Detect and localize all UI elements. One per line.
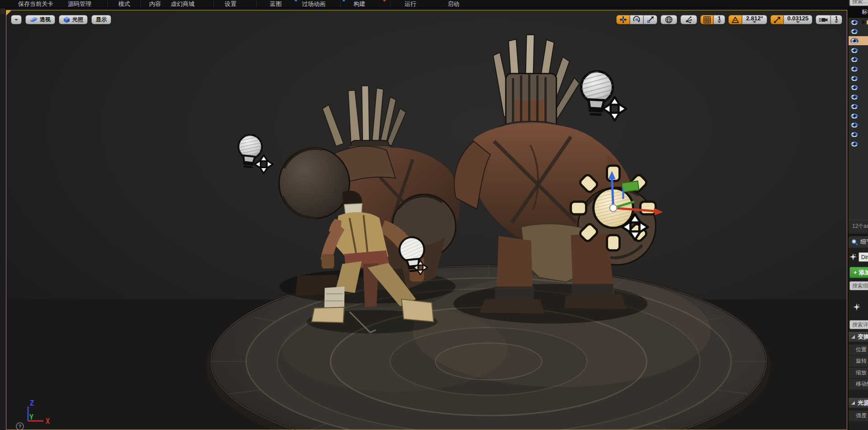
visibility-eye-icon[interactable] <box>850 94 859 100</box>
menu-item-1[interactable]: 源码管理 <box>68 0 91 8</box>
outliner-search[interactable] <box>849 0 868 6</box>
property-row-变换-3[interactable]: 移动性 <box>849 379 868 390</box>
outliner-column-header[interactable]: 标签 <box>849 6 868 18</box>
outliner-row-9[interactable] <box>849 102 868 111</box>
outliner-row-12[interactable] <box>849 130 868 139</box>
scale-snap-toggle-button[interactable] <box>770 15 783 24</box>
outliner-row-5[interactable] <box>849 65 868 74</box>
surface-snap-icon <box>685 16 693 24</box>
visibility-eye-icon[interactable] <box>850 85 859 90</box>
plus-icon: + <box>854 269 857 276</box>
perspective-label: 透视 <box>40 16 51 24</box>
directional-light-icon <box>849 253 857 260</box>
menu-item-3[interactable]: 内容 <box>149 0 161 8</box>
visibility-eye-icon[interactable] <box>850 66 859 72</box>
world-local-toggle-button[interactable] <box>660 15 677 24</box>
camera-speed-value-dropdown[interactable]: 1 <box>830 15 842 24</box>
outliner-row-2[interactable] <box>849 36 868 45</box>
scale-snap-value-dropdown[interactable]: 0.03125 <box>783 15 812 24</box>
menu-item-0[interactable]: 保存当前关卡 <box>18 0 53 8</box>
perspective-button[interactable]: 透视 <box>25 15 55 24</box>
translate-tool-button[interactable] <box>616 15 630 24</box>
lit-cube-icon <box>63 16 70 23</box>
toolbar-icon-fragment <box>383 0 386 1</box>
search-components-input[interactable] <box>849 281 868 290</box>
show-label: 显示 <box>96 16 107 24</box>
details-magnifier-icon <box>851 239 858 246</box>
menu-item-2[interactable]: 模式 <box>118 0 130 8</box>
outliner-row-7[interactable] <box>849 83 868 92</box>
rotate-tool-button[interactable] <box>630 15 643 24</box>
visibility-eye-icon[interactable] <box>850 141 859 147</box>
grid-snap-toggle-button[interactable] <box>700 15 713 24</box>
menu-item-7[interactable]: 过场动画 <box>302 0 326 8</box>
search-details[interactable] <box>849 320 868 329</box>
property-row-光源-0[interactable]: 强度 <box>849 411 868 421</box>
expander-arrow-icon[interactable] <box>862 20 865 24</box>
visibility-eye-icon[interactable] <box>850 19 859 25</box>
scale-snap-value: 0.03125 <box>788 16 809 21</box>
outliner-row-8[interactable] <box>849 93 868 102</box>
axis-z-label: Z <box>30 399 34 407</box>
show-flags-button[interactable]: 显示 <box>91 15 111 24</box>
property-row-变换-2[interactable]: 缩放 <box>849 368 868 378</box>
outliner-row-1[interactable] <box>849 27 868 36</box>
actor-name-row: DirectionalLight <box>849 251 868 262</box>
scene-render[interactable] <box>6 10 847 430</box>
outliner-row-4[interactable] <box>849 55 868 64</box>
grid-snap-value-dropdown[interactable]: 1 <box>713 15 725 24</box>
camera-speed-button[interactable] <box>816 15 830 24</box>
outliner-row-11[interactable] <box>849 121 868 130</box>
menu-item-5[interactable]: 设置 <box>225 0 236 8</box>
visibility-eye-icon[interactable] <box>850 28 859 34</box>
toolbar-separator <box>140 1 141 7</box>
outliner-row-0[interactable] <box>849 18 868 27</box>
lit-mode-button[interactable]: 光照 <box>59 15 88 24</box>
chevron-down-icon <box>717 21 721 23</box>
visibility-eye-icon[interactable] <box>850 76 859 81</box>
visibility-eye-icon[interactable] <box>850 38 859 44</box>
category-header-1[interactable]: 光源 <box>849 398 868 408</box>
property-row-变换-0[interactable]: 位置 <box>849 345 868 355</box>
visibility-eye-icon[interactable] <box>850 47 859 53</box>
outliner-header-label: 标签 <box>862 8 868 16</box>
light-component-icon <box>853 303 860 311</box>
help-button[interactable]: ? <box>16 422 24 430</box>
visibility-eye-icon[interactable] <box>850 104 859 109</box>
menu-item-10[interactable]: 启动 <box>448 0 459 8</box>
visibility-eye-icon[interactable] <box>850 122 859 128</box>
outliner-row-13[interactable] <box>849 139 868 148</box>
axis-x-label: X <box>46 417 50 425</box>
visibility-eye-icon[interactable] <box>850 57 859 62</box>
actor-name-field[interactable]: DirectionalLight <box>859 252 868 262</box>
surface-snapping-button[interactable] <box>680 15 697 24</box>
toolbar-separator <box>256 1 256 7</box>
rotation-snap-toggle-button[interactable] <box>728 15 742 24</box>
scale-tool-button[interactable] <box>643 15 657 24</box>
menu-item-4[interactable]: 虚幻商城 <box>171 0 194 8</box>
rotation-snap-value-dropdown[interactable]: 2.812° <box>742 15 767 24</box>
outliner-row-10[interactable] <box>849 111 868 120</box>
outliner-row-3[interactable] <box>849 46 868 55</box>
toolbar-icon-fragment <box>343 0 345 1</box>
component-tree-row[interactable] <box>853 302 868 312</box>
camera-speed-group: 1 <box>816 15 842 24</box>
search-details-input[interactable] <box>849 320 868 329</box>
visibility-eye-icon[interactable] <box>850 132 859 137</box>
level-viewport[interactable]: 透视 光照 显示 <box>6 10 847 430</box>
outliner-search-input[interactable] <box>849 0 868 6</box>
axis-y-label: Y <box>29 413 33 421</box>
outliner-row-6[interactable] <box>849 74 868 83</box>
search-components[interactable] <box>849 281 868 290</box>
add-component-button[interactable]: + 添加组件 <box>849 267 868 278</box>
rotation-snap-value: 2.812° <box>746 16 763 21</box>
category-header-0[interactable]: 变换 <box>849 332 868 342</box>
menu-item-6[interactable]: 蓝图 <box>270 0 282 8</box>
left-edge-strip <box>0 8 6 430</box>
visibility-eye-icon[interactable] <box>850 113 859 119</box>
menu-item-8[interactable]: 构建 <box>354 0 365 8</box>
menu-item-9[interactable]: 运行 <box>405 0 416 8</box>
viewport-options-dropdown[interactable] <box>11 15 22 24</box>
property-row-变换-1[interactable]: 旋转 <box>849 356 868 367</box>
tab-details[interactable]: 细节 <box>849 236 868 248</box>
